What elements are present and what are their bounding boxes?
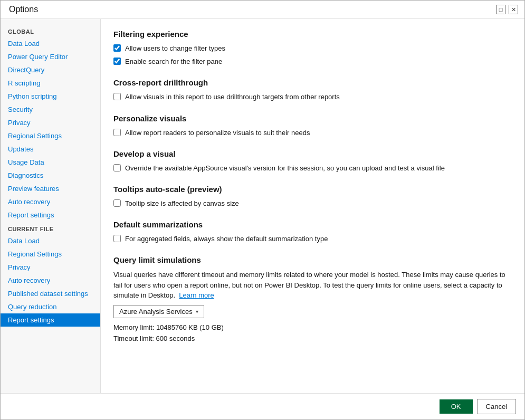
sidebar-item-python-scripting[interactable]: Python scripting: [1, 90, 100, 103]
sidebar-item-report-settings-current[interactable]: Report settings: [1, 313, 100, 327]
allow-report-readers-checkbox[interactable]: [113, 129, 121, 136]
tooltip-canvas-size-label: Tooltip size is affected by canvas size: [125, 199, 239, 208]
override-appsource-label: Override the available AppSource visual'…: [125, 164, 445, 173]
current-file-section-label: CURRENT FILE: [1, 222, 100, 234]
dialog-title: Options: [9, 5, 38, 14]
allow-users-change-filter-label: Allow users to change filter types: [125, 44, 225, 53]
main-content: Filtering experience Allow users to chan…: [101, 19, 524, 393]
sidebar-item-security[interactable]: Security: [1, 103, 100, 116]
sidebar-item-auto-recovery-global[interactable]: Auto recovery: [1, 195, 100, 208]
allow-visuals-drillthrough-row: Allow visuals in this report to use dril…: [113, 92, 510, 102]
tooltips-section: Tooltips auto-scale (preview) Tooltip si…: [113, 185, 510, 208]
default-summarizations-title: Default summarizations: [113, 220, 510, 229]
enable-search-filter-pane-checkbox[interactable]: [113, 58, 121, 65]
sidebar-item-report-settings-global[interactable]: Report settings: [1, 208, 100, 222]
sidebar-item-regional-settings-global[interactable]: Regional Settings: [1, 129, 100, 142]
allow-report-readers-row: Allow report readers to personalize visu…: [113, 128, 510, 138]
window-controls: □ ✕: [496, 5, 518, 14]
sidebar-item-regional-settings-current[interactable]: Regional Settings: [1, 247, 100, 261]
aggregated-fields-row: For aggregated fields, always show the d…: [113, 234, 510, 244]
personalize-visuals-title: Personalize visuals: [113, 114, 510, 123]
tooltips-title: Tooltips auto-scale (preview): [113, 185, 510, 194]
sidebar-item-usage-data[interactable]: Usage Data: [1, 156, 100, 169]
override-appsource-row: Override the available AppSource visual'…: [113, 164, 510, 173]
dropdown-arrow-icon: ▾: [196, 309, 198, 314]
allow-report-readers-label: Allow report readers to personalize visu…: [125, 128, 310, 138]
allow-visuals-drillthrough-label: Allow visuals in this report to use dril…: [125, 92, 340, 102]
close-button[interactable]: ✕: [509, 5, 518, 14]
sidebar-item-published-dataset[interactable]: Published dataset settings: [1, 287, 100, 300]
sidebar-item-r-scripting[interactable]: R scripting: [1, 77, 100, 90]
title-bar: Options □ ✕: [1, 1, 524, 19]
develop-visual-title: Develop a visual: [113, 149, 510, 158]
tooltip-canvas-size-checkbox[interactable]: [113, 199, 121, 207]
global-section-label: GLOBAL: [1, 24, 100, 37]
sidebar-item-updates[interactable]: Updates: [1, 142, 100, 156]
aggregated-fields-label: For aggregated fields, always show the d…: [125, 234, 328, 244]
personalize-visuals-section: Personalize visuals Allow report readers…: [113, 114, 510, 138]
sidebar-item-data-load-global[interactable]: Data Load: [1, 37, 100, 50]
develop-visual-section: Develop a visual Override the available …: [113, 149, 510, 173]
sidebar-item-diagnostics[interactable]: Diagnostics: [1, 169, 100, 182]
dialog-body: GLOBAL Data Load Power Query Editor Dire…: [1, 19, 524, 393]
query-limit-section: Query limit simulations Visual queries h…: [113, 255, 510, 344]
sidebar-item-auto-recovery-current[interactable]: Auto recovery: [1, 274, 100, 287]
cross-report-title: Cross-report drillthrough: [113, 78, 510, 87]
dropdown-selected-value: Azure Analysis Services: [119, 308, 193, 316]
sidebar-item-preview-features[interactable]: Preview features: [1, 182, 100, 195]
tooltip-canvas-size-row: Tooltip size is affected by canvas size: [113, 199, 510, 208]
query-limit-description: Visual queries have different timeout an…: [113, 270, 510, 301]
sidebar-item-privacy-global[interactable]: Privacy: [1, 116, 100, 129]
filtering-experience-section: Filtering experience Allow users to chan…: [113, 30, 510, 66]
filtering-experience-title: Filtering experience: [113, 30, 510, 39]
allow-users-change-filter-checkbox[interactable]: [113, 44, 121, 52]
default-summarizations-section: Default summarizations For aggregated fi…: [113, 220, 510, 244]
memory-limit-info: Memory limit: 10485760 KB (10 GB) Timeou…: [113, 322, 510, 345]
allow-users-change-filter-row: Allow users to change filter types: [113, 44, 510, 53]
options-dialog: Options □ ✕ GLOBAL Data Load Power Query…: [0, 0, 525, 420]
aggregated-fields-checkbox[interactable]: [113, 235, 121, 242]
sidebar-item-power-query-editor[interactable]: Power Query Editor: [1, 50, 100, 63]
override-appsource-checkbox[interactable]: [113, 164, 121, 171]
learn-more-link[interactable]: Learn more: [179, 291, 214, 299]
sidebar-item-directquery[interactable]: DirectQuery: [1, 63, 100, 77]
cancel-button[interactable]: Cancel: [477, 399, 516, 414]
dialog-footer: OK Cancel: [1, 393, 524, 419]
ok-button[interactable]: OK: [440, 399, 473, 414]
sidebar-item-query-reduction[interactable]: Query reduction: [1, 300, 100, 313]
cross-report-section: Cross-report drillthrough Allow visuals …: [113, 78, 510, 102]
query-limit-title: Query limit simulations: [113, 255, 510, 264]
allow-visuals-drillthrough-checkbox[interactable]: [113, 93, 121, 100]
main-scroll-area[interactable]: Filtering experience Allow users to chan…: [101, 19, 524, 393]
sidebar-item-data-load-current[interactable]: Data Load: [1, 234, 100, 247]
sidebar: GLOBAL Data Load Power Query Editor Dire…: [1, 19, 101, 393]
azure-analysis-services-dropdown[interactable]: Azure Analysis Services ▾: [113, 305, 204, 318]
enable-search-filter-pane-row: Enable search for the filter pane: [113, 57, 510, 66]
enable-search-filter-pane-label: Enable search for the filter pane: [125, 57, 222, 66]
minimize-button[interactable]: □: [496, 5, 505, 14]
sidebar-item-privacy-current[interactable]: Privacy: [1, 261, 100, 274]
